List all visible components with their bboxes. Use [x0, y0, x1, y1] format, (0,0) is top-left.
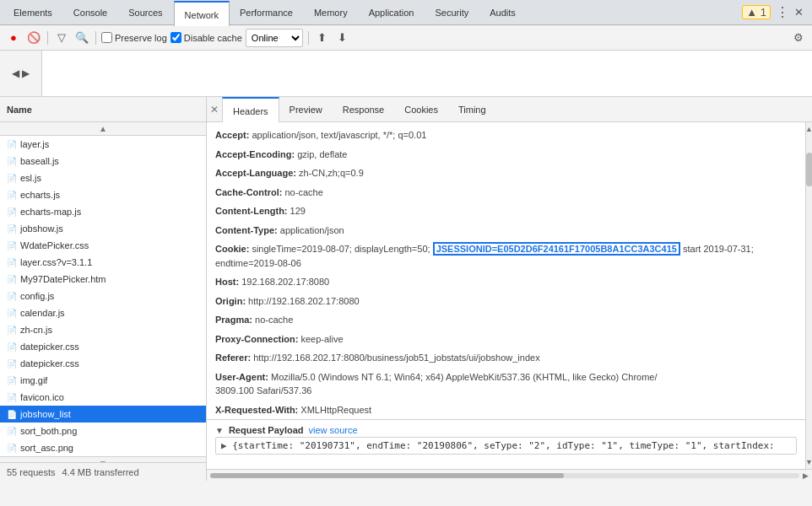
- tab-performance[interactable]: Performance: [230, 0, 304, 25]
- header-row-origin: Origin: http://192.168.202.17:8080: [207, 292, 805, 311]
- header-key-host: Host:: [215, 277, 241, 287]
- disable-cache-checkbox[interactable]: [171, 32, 181, 43]
- file-item[interactable]: 📄esl.js: [0, 170, 206, 186]
- timeline-fwd-icon[interactable]: ▶: [22, 67, 30, 79]
- file-item[interactable]: 📄jobshow.js: [0, 220, 206, 237]
- header-key-accept-language: Accept-Language:: [215, 168, 299, 178]
- timeline-back-icon[interactable]: ◀: [12, 67, 19, 79]
- warning-badge[interactable]: ▲ 1: [742, 5, 771, 19]
- header-row-proxy-connection: Proxy-Connection: keep-alive: [207, 330, 805, 349]
- file-icon: 📄: [7, 207, 17, 217]
- header-row-content-length: Content-Length: 129: [207, 202, 805, 221]
- file-icon: 📄: [7, 174, 17, 183]
- sub-tab-response[interactable]: Response: [333, 97, 395, 122]
- header-value-user-agent: Mozilla/5.0 (Windows NT 6.1; Win64; x64)…: [215, 372, 658, 396]
- file-icon: 📄: [7, 309, 17, 318]
- preserve-log-checkbox[interactable]: [101, 32, 112, 43]
- file-icon: 📄: [7, 224, 17, 234]
- file-icon: 📄: [7, 326, 17, 335]
- sub-tab-headers[interactable]: Headers: [222, 97, 279, 122]
- header-row-pragma: Pragma: no-cache: [207, 310, 805, 330]
- file-list-header: Name: [0, 97, 206, 122]
- sub-tab-preview[interactable]: Preview: [279, 97, 333, 122]
- header-value-accept-encoding: gzip, deflate: [297, 149, 347, 159]
- file-name: esl.js: [20, 173, 41, 183]
- right-scrollbar[interactable]: ▲ ▼: [805, 122, 812, 469]
- tab-network[interactable]: Network: [174, 1, 230, 26]
- headers-content[interactable]: Accept: application/json, text/javascrip…: [207, 122, 805, 469]
- network-toolbar: ● 🚫 ▽ 🔍 Preserve log Disable cache Onlin…: [0, 25, 812, 51]
- file-item[interactable]: 📄baseall.js: [0, 153, 206, 170]
- header-value-cache-control: no-cache: [285, 187, 323, 197]
- scroll-up-arrow[interactable]: ▲: [0, 122, 206, 136]
- file-item[interactable]: 📄jobshow_list: [0, 406, 206, 423]
- sub-tabs-bar: ✕ Headers Preview Response Cookies Timin…: [207, 97, 812, 122]
- scroll-down-arrow[interactable]: ▼: [0, 456, 206, 462]
- file-item[interactable]: 📄layer.js: [0, 136, 206, 153]
- search-button[interactable]: 🔍: [73, 30, 90, 46]
- tab-audits[interactable]: Audits: [479, 0, 527, 25]
- header-row-referer: Referer: http://192.168.202.17:8080/busi…: [207, 348, 805, 368]
- scroll-up-btn[interactable]: ▲: [806, 122, 812, 136]
- header-row-accept-encoding: Accept-Encoding: gzip, deflate: [207, 145, 805, 164]
- file-item[interactable]: 📄datepicker.css: [0, 338, 206, 355]
- tab-console[interactable]: Console: [63, 0, 118, 25]
- clear-button[interactable]: 🚫: [25, 30, 42, 46]
- import-har-button[interactable]: ⬆: [314, 30, 331, 46]
- export-har-button[interactable]: ⬇: [334, 30, 351, 46]
- tab-application[interactable]: Application: [359, 0, 425, 25]
- payload-expand-icon[interactable]: ▼: [215, 426, 224, 435]
- settings-button[interactable]: ⚙: [790, 30, 807, 46]
- file-item[interactable]: 📄My97DatePicker.htm: [0, 271, 206, 288]
- file-item[interactable]: 📄favicon.ico: [0, 389, 206, 406]
- header-value-proxy-connection: keep-alive: [300, 334, 343, 344]
- scroll-down-btn[interactable]: ▼: [806, 455, 812, 469]
- file-item[interactable]: 📄layer.css?v=3.1.1: [0, 254, 206, 271]
- name-column-header: Name: [7, 105, 32, 115]
- header-value-cookie-before: singleTime=2019-08-07; displayLength=50;: [252, 244, 432, 254]
- bottom-scrollbar[interactable]: ▶: [207, 469, 812, 481]
- file-name: jobshow_list: [20, 409, 71, 419]
- disable-cache-label[interactable]: Disable cache: [171, 32, 242, 43]
- file-item[interactable]: 📄img.gif: [0, 372, 206, 389]
- view-source-link[interactable]: view source: [309, 425, 358, 435]
- record-button[interactable]: ●: [5, 30, 22, 46]
- scroll-right-arrow[interactable]: ▶: [803, 471, 809, 480]
- file-list-body[interactable]: ▲📄layer.js📄baseall.js📄esl.js📄echarts.js📄…: [0, 122, 206, 462]
- file-item[interactable]: 📄calendar.js: [0, 304, 206, 321]
- file-item[interactable]: 📄echarts.js: [0, 186, 206, 203]
- header-row-cache-control: Cache-Control: no-cache: [207, 183, 805, 202]
- toolbar-separator-2: [95, 31, 96, 45]
- tab-sources[interactable]: Sources: [118, 0, 173, 25]
- file-item[interactable]: 📄WdatePicker.css: [0, 237, 206, 254]
- horizontal-scrollbar-track[interactable]: [210, 473, 799, 478]
- file-item[interactable]: 📄sort_both.png: [0, 423, 206, 439]
- file-icon: 📄: [7, 157, 17, 166]
- tab-security[interactable]: Security: [425, 0, 479, 25]
- file-name: config.js: [20, 291, 54, 301]
- header-value-accept-language: zh-CN,zh;q=0.9: [299, 168, 364, 178]
- file-icon: 📄: [7, 359, 17, 369]
- file-icon: 📄: [7, 241, 17, 250]
- preserve-log-label[interactable]: Preserve log: [101, 32, 167, 43]
- horizontal-scrollbar-thumb[interactable]: [210, 473, 564, 478]
- tab-elements[interactable]: Elements: [3, 0, 63, 25]
- file-item[interactable]: 📄zh-cn.js: [0, 321, 206, 338]
- throttle-select[interactable]: Online Fast 3G Slow 3G Offline: [246, 29, 303, 47]
- more-options-icon[interactable]: ⋮: [776, 4, 789, 20]
- payload-expand-arrow[interactable]: ▶: [221, 440, 227, 451]
- tab-memory[interactable]: Memory: [304, 0, 359, 25]
- sub-tab-close-icon[interactable]: ✕: [210, 104, 219, 116]
- scrollbar-thumb[interactable]: [806, 153, 812, 186]
- sub-tab-cookies[interactable]: Cookies: [394, 97, 448, 122]
- header-key-accept: Accept:: [215, 130, 252, 140]
- file-item[interactable]: 📄sort_asc.png: [0, 439, 206, 456]
- filter-button[interactable]: ▽: [53, 30, 70, 46]
- sub-tab-timing[interactable]: Timing: [448, 97, 496, 122]
- file-item[interactable]: 📄config.js: [0, 288, 206, 304]
- header-key-accept-encoding: Accept-Encoding:: [215, 149, 297, 159]
- file-name: favicon.ico: [20, 392, 64, 402]
- close-devtools-icon[interactable]: ✕: [794, 6, 804, 19]
- file-item[interactable]: 📄echarts-map.js: [0, 203, 206, 220]
- file-item[interactable]: 📄datepicker.css: [0, 355, 206, 372]
